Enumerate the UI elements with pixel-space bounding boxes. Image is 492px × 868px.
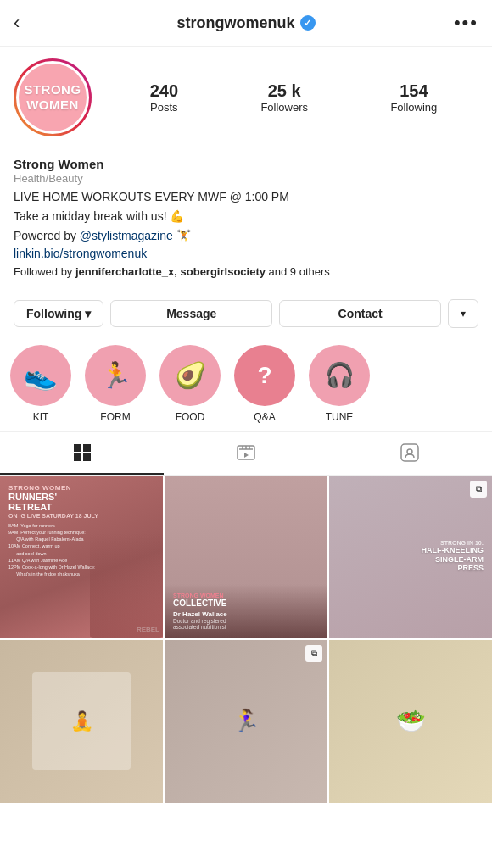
post-6-content: 🥗 xyxy=(329,640,492,803)
highlight-tune[interactable]: 🎧 TUNE xyxy=(309,345,370,423)
message-button[interactable]: Message xyxy=(110,300,272,327)
svg-rect-5 xyxy=(401,444,418,461)
highlight-kit-circle: 👟 xyxy=(10,345,71,406)
svg-rect-0 xyxy=(74,444,81,452)
more-options-button[interactable]: ••• xyxy=(448,12,478,34)
following-button-label: Following xyxy=(26,307,81,320)
highlight-kit-label: KIT xyxy=(33,411,49,423)
followers-label: Followers xyxy=(260,101,308,114)
followed-by-prefix: Followed by xyxy=(14,265,75,278)
following-count: 154 xyxy=(400,81,428,101)
tabs-section xyxy=(0,432,492,476)
highlights-section: 👟 KIT 🏃 FORM 🥑 FOOD ? Q&A 🎧 TUNE xyxy=(0,337,492,432)
action-buttons: Following ▾ Message Contact ▾ xyxy=(0,291,492,337)
post-5-content: 🏃‍♀️ ⧉ xyxy=(165,640,327,803)
highlight-food-label: FOOD xyxy=(176,411,205,423)
reels-icon xyxy=(236,442,256,463)
stat-posts[interactable]: 240 Posts xyxy=(150,81,178,114)
post-1-title: RUNNERS'RETREAT xyxy=(8,492,154,512)
post-5-multi-icon: ⧉ xyxy=(305,645,322,662)
post-1-brand: STRONG WOMEN xyxy=(8,484,154,492)
highlight-form[interactable]: 🏃 FORM xyxy=(85,345,146,423)
following-label: Following xyxy=(390,101,437,114)
post-6-icon: 🥗 xyxy=(396,707,426,735)
stat-followers[interactable]: 25 k Followers xyxy=(260,81,308,114)
post-4-inner: 🧘 xyxy=(32,672,130,770)
avatar: STRONGWOMEN xyxy=(16,61,89,134)
post-4[interactable]: 🧘 xyxy=(0,640,163,803)
highlight-form-circle: 🏃 xyxy=(85,345,146,406)
profile-section: STRONGWOMEN 240 Posts 25 k Followers 154… xyxy=(0,47,492,157)
post-2-content: STRONG WOMEN COLLECTIVE Dr Hazel Wallace… xyxy=(165,476,327,638)
post-1[interactable]: STRONG WOMEN RUNNERS'RETREAT ON IG LIVE … xyxy=(0,476,163,638)
post-4-icon: 🧘 xyxy=(70,710,93,732)
more-button[interactable]: ▾ xyxy=(448,299,478,328)
posts-label: Posts xyxy=(150,101,178,114)
highlight-form-label: FORM xyxy=(100,411,130,423)
highlight-tune-circle: 🎧 xyxy=(309,345,370,406)
post-4-content: 🧘 xyxy=(0,640,163,803)
tagged-icon xyxy=(400,442,420,463)
followed-by-names: jennifercharlotte_x, sobergirlsociety xyxy=(75,265,266,278)
posts-grid: STRONG WOMEN RUNNERS'RETREAT ON IG LIVE … xyxy=(0,476,492,803)
header-username-wrap: strongwomenuk ✓ xyxy=(176,14,315,32)
bio-line3-emoji: 🏋️ xyxy=(173,229,191,242)
grid-icon xyxy=(72,442,92,463)
highlight-qa[interactable]: ? Q&A xyxy=(234,345,295,423)
tab-tagged[interactable] xyxy=(328,432,492,475)
post-1-person xyxy=(90,532,163,638)
tab-reels[interactable] xyxy=(164,432,327,475)
bio-mention[interactable]: @stylistmagazine xyxy=(80,229,173,242)
post-3-text: STRONG IN 10: HALF-KNEELINGSINGLE-ARMPRE… xyxy=(422,540,484,573)
bio-followed-by: Followed by jennifercharlotte_x, sobergi… xyxy=(14,264,478,281)
highlight-kit[interactable]: 👟 KIT xyxy=(10,345,71,423)
post-2-person-name: Dr Hazel Wallace xyxy=(173,610,319,618)
post-5-icon: 🏃‍♀️ xyxy=(232,708,260,734)
back-button[interactable]: ‹ xyxy=(14,12,44,34)
posts-count: 240 xyxy=(150,81,178,101)
highlight-food[interactable]: 🥑 FOOD xyxy=(159,345,221,423)
profile-top: STRONGWOMEN 240 Posts 25 k Followers 154… xyxy=(14,58,478,136)
followers-count: 25 k xyxy=(268,81,301,101)
post-6[interactable]: 🥗 xyxy=(329,640,492,803)
header-username: strongwomenuk xyxy=(176,14,294,32)
post-5[interactable]: 🏃‍♀️ ⧉ xyxy=(165,640,327,803)
header: ‹ strongwomenuk ✓ ••• xyxy=(0,0,492,47)
post-2[interactable]: STRONG WOMEN COLLECTIVE Dr Hazel Wallace… xyxy=(165,476,327,638)
more-chevron-icon: ▾ xyxy=(461,308,466,320)
post-3-title: HALF-KNEELINGSINGLE-ARMPRESS xyxy=(422,546,484,573)
svg-rect-3 xyxy=(83,453,91,461)
bio-line3: Powered by @stylistmagazine 🏋️ xyxy=(14,227,478,245)
stat-following[interactable]: 154 Following xyxy=(390,81,437,114)
post-2-title: COLLECTIVE xyxy=(173,598,319,608)
following-chevron-icon: ▾ xyxy=(85,307,91,320)
tab-grid[interactable] xyxy=(0,432,164,475)
bio-name: Strong Women xyxy=(14,157,478,171)
post-1-subtitle: ON IG LIVE SATURDAY 18 JULY xyxy=(8,513,154,519)
svg-point-6 xyxy=(407,449,412,454)
post-3-small: STRONG IN 10: xyxy=(422,540,484,546)
post-2-brand: STRONG WOMEN xyxy=(173,593,319,598)
post-3-content: STRONG IN 10: HALF-KNEELINGSINGLE-ARMPRE… xyxy=(329,476,492,638)
highlight-qa-circle: ? xyxy=(234,345,295,406)
svg-rect-2 xyxy=(74,453,81,461)
contact-button[interactable]: Contact xyxy=(279,300,441,327)
highlight-food-circle: 🥑 xyxy=(159,345,221,406)
following-button[interactable]: Following ▾ xyxy=(14,300,103,327)
bio-section: Strong Women Health/Beauty LIVE HOME WOR… xyxy=(0,157,492,291)
post-3-multi-icon: ⧉ xyxy=(470,481,487,498)
verified-badge-icon: ✓ xyxy=(300,15,316,31)
avatar-text: STRONGWOMEN xyxy=(24,82,81,113)
post-2-text: STRONG WOMEN COLLECTIVE Dr Hazel Wallace… xyxy=(165,584,327,638)
stats-row: 240 Posts 25 k Followers 154 Following xyxy=(109,81,478,114)
post-2-person-desc: Doctor and registeredassociated nutritio… xyxy=(173,618,319,630)
post-3[interactable]: STRONG IN 10: HALF-KNEELINGSINGLE-ARMPRE… xyxy=(329,476,492,638)
highlight-tune-label: TUNE xyxy=(326,411,354,423)
bio-line2: Take a midday break with us! 💪 xyxy=(14,208,478,225)
svg-rect-1 xyxy=(83,444,91,452)
highlight-qa-label: Q&A xyxy=(254,411,275,423)
bio-line3-prefix: Powered by xyxy=(14,229,80,242)
bio-line1: LIVE HOME WORKOUTS EVERY MWF @ 1:00 PM xyxy=(14,188,478,206)
avatar-ring: STRONGWOMEN xyxy=(14,58,92,136)
bio-link[interactable]: linkin.bio/strongwomenuk xyxy=(14,247,478,260)
